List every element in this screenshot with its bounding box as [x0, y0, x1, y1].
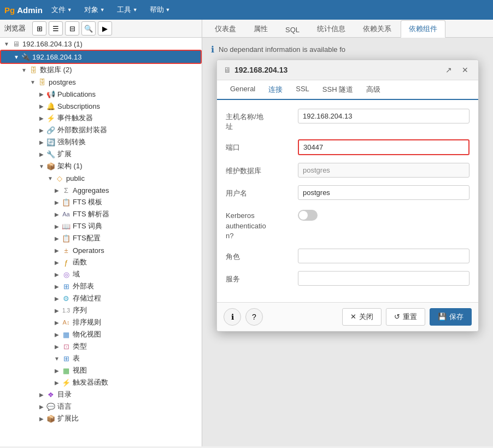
save-btn[interactable]: 💾 保存: [430, 308, 472, 326]
tab-sql[interactable]: SQL: [277, 22, 308, 37]
menu-file[interactable]: 文件 ▼: [46, 3, 78, 17]
toggle-server-group[interactable]: ▼: [2, 41, 11, 47]
dialog-tab-advanced[interactable]: 高级: [360, 80, 387, 100]
tree-operators[interactable]: ▶ ± Operators: [0, 244, 202, 256]
tab-dependencies[interactable]: 依赖关系: [355, 20, 400, 37]
toggle-functions[interactable]: ▶: [52, 260, 61, 266]
dialog-tab-general[interactable]: General: [224, 80, 262, 100]
toggle-fts-config[interactable]: ▶: [52, 235, 61, 241]
toggle-aggregates[interactable]: ▶: [52, 187, 61, 193]
tree-types[interactable]: ▶ ⊡ 类型: [0, 340, 202, 352]
tab-statistics[interactable]: 统计信息: [309, 20, 354, 37]
icon-catalogs: ❖: [46, 390, 56, 399]
tree-aggregates[interactable]: ▶ Σ Aggregates: [0, 184, 202, 196]
tree-fts-templates[interactable]: ▶ 📋 FTS 模板: [0, 196, 202, 208]
toggle-fts-parsers[interactable]: ▶: [52, 211, 61, 217]
toggle-extensions[interactable]: ▶: [37, 151, 46, 157]
menu-tools[interactable]: 工具 ▼: [111, 3, 143, 17]
tree-postgres-db[interactable]: ▼ 🗄 postgres: [0, 76, 202, 88]
close-btn[interactable]: ✕ 关闭: [342, 308, 382, 326]
info-btn[interactable]: ℹ: [224, 308, 241, 326]
tree-functions[interactable]: ▶ ƒ 函数: [0, 256, 202, 268]
toggle-sequences[interactable]: ▶: [52, 308, 61, 314]
reset-btn[interactable]: ↺ 重置: [386, 308, 425, 326]
tree-publications[interactable]: ▶ 📢 Publications: [0, 88, 202, 100]
toggle-trig-funcs[interactable]: ▶: [52, 380, 61, 386]
menu-help[interactable]: 帮助 ▼: [144, 3, 176, 17]
tree-databases[interactable]: ▼ 🗄 数据库 (2): [0, 64, 202, 76]
toggle-public-schema[interactable]: ▼: [46, 175, 55, 181]
kerberos-toggle[interactable]: [298, 210, 318, 221]
toggle-databases[interactable]: ▼: [20, 67, 28, 73]
tree-tables[interactable]: ▼ ⊞ 表: [0, 352, 202, 364]
toggle-mat-views[interactable]: ▶: [52, 332, 61, 338]
tree-server-group[interactable]: ▼ 🖥 192.168.204.13 (1): [0, 38, 202, 50]
tree-casts[interactable]: ▶ 🔄 强制转换: [0, 136, 202, 148]
service-input[interactable]: [298, 271, 469, 286]
toolbar-grid-btn[interactable]: ⊞: [32, 21, 46, 36]
tree-trig-funcs[interactable]: ▶ ⚡ 触发器函数: [0, 376, 202, 388]
dialog-close-btn[interactable]: ✕: [459, 64, 472, 75]
tab-properties[interactable]: 属性: [245, 20, 276, 37]
tree-sequences[interactable]: ▶ 1.3 序列: [0, 304, 202, 316]
tree-fdw[interactable]: ▶ 🔗 外部数据封装器: [0, 124, 202, 136]
toggle-views[interactable]: ▶: [52, 368, 61, 374]
tree-fts-dict[interactable]: ▶ 📖 FTS 词典: [0, 220, 202, 232]
toggle-catalogs[interactable]: ▶: [37, 392, 46, 398]
tree-public-schema[interactable]: ▼ ◇ public: [0, 172, 202, 184]
dialog-tab-ssl[interactable]: SSL: [289, 80, 316, 100]
toggle-languages[interactable]: ▶: [37, 404, 46, 410]
tab-dashboard[interactable]: 仪表盘: [207, 20, 244, 37]
toggle-fts-dict[interactable]: ▶: [52, 223, 61, 229]
help-btn[interactable]: ?: [245, 308, 263, 326]
toolbar-search-btn[interactable]: 🔍: [81, 21, 96, 36]
toggle-operators[interactable]: ▶: [52, 247, 61, 254]
tree-collations[interactable]: ▶ A↕ 排序规则: [0, 316, 202, 328]
tree-fts-config[interactable]: ▶ 📋 FTS配置: [0, 232, 202, 244]
toggle-ext-bottom[interactable]: ▶: [37, 416, 46, 422]
tree-event-triggers[interactable]: ▶ ⚡ 事件触发器: [0, 112, 202, 124]
toggle-publications[interactable]: ▶: [37, 91, 46, 97]
dialog-tab-ssh[interactable]: SSH 隧道: [316, 80, 360, 100]
dialog-tab-connection[interactable]: 连接: [262, 80, 289, 100]
tree-views[interactable]: ▶ ▦ 视图: [0, 364, 202, 376]
tree-languages[interactable]: ▶ 💬 语言: [0, 400, 202, 412]
toggle-fts-templates[interactable]: ▶: [52, 199, 61, 205]
hostname-input[interactable]: [298, 109, 469, 123]
toggle-event-triggers[interactable]: ▶: [37, 115, 46, 121]
toolbar-run-btn[interactable]: ▶: [98, 21, 112, 36]
toggle-procedures[interactable]: ▶: [52, 296, 61, 302]
tree-extensions[interactable]: ▶ 🔧 扩展: [0, 148, 202, 160]
tree-schemas[interactable]: ▼ 📦 架构 (1): [0, 160, 202, 172]
tree-fts-parsers[interactable]: ▶ Aa FTS 解析器: [0, 208, 202, 220]
toggle-types[interactable]: ▶: [52, 344, 61, 350]
tree-catalogs[interactable]: ▶ ❖ 目录: [0, 388, 202, 400]
icon-languages: 💬: [46, 402, 56, 411]
toggle-foreign-tables[interactable]: ▶: [52, 284, 61, 290]
toggle-domains[interactable]: ▶: [52, 272, 61, 278]
toggle-casts[interactable]: ▶: [37, 139, 46, 145]
tree-server[interactable]: ▼ 🔌 192.168.204.13: [0, 50, 202, 64]
tree-ext-bottom[interactable]: ▶ 📦 扩展比: [0, 412, 202, 425]
tree-mat-views[interactable]: ▶ ▦ 物化视图: [0, 328, 202, 340]
toggle-server[interactable]: ▼: [12, 54, 21, 60]
toggle-postgres-db[interactable]: ▼: [28, 79, 37, 85]
toggle-collations[interactable]: ▶: [52, 320, 61, 326]
toggle-subscriptions[interactable]: ▶: [37, 103, 46, 109]
toggle-fdw[interactable]: ▶: [37, 127, 46, 133]
toolbar-collapse-btn[interactable]: ⊟: [65, 21, 79, 36]
tree-foreign-tables[interactable]: ▶ ⊞ 外部表: [0, 280, 202, 292]
tab-dependents[interactable]: 依赖组件: [401, 20, 445, 38]
tree-procedures[interactable]: ▶ ⚙ 存储过程: [0, 292, 202, 304]
maintenance-db-input[interactable]: [298, 163, 469, 178]
dialog-expand-btn[interactable]: ↗: [442, 64, 455, 75]
tree-domains[interactable]: ▶ ◎ 域: [0, 268, 202, 280]
toolbar-list-btn[interactable]: ☰: [49, 21, 63, 36]
username-input[interactable]: [298, 185, 469, 200]
role-input[interactable]: [298, 249, 469, 263]
tree-subscriptions[interactable]: ▶ 🔔 Subscriptions: [0, 100, 202, 112]
toggle-schemas[interactable]: ▼: [37, 163, 46, 169]
toggle-tables[interactable]: ▼: [52, 356, 61, 362]
port-input[interactable]: [298, 139, 469, 155]
menu-object[interactable]: 对象 ▼: [79, 3, 110, 17]
